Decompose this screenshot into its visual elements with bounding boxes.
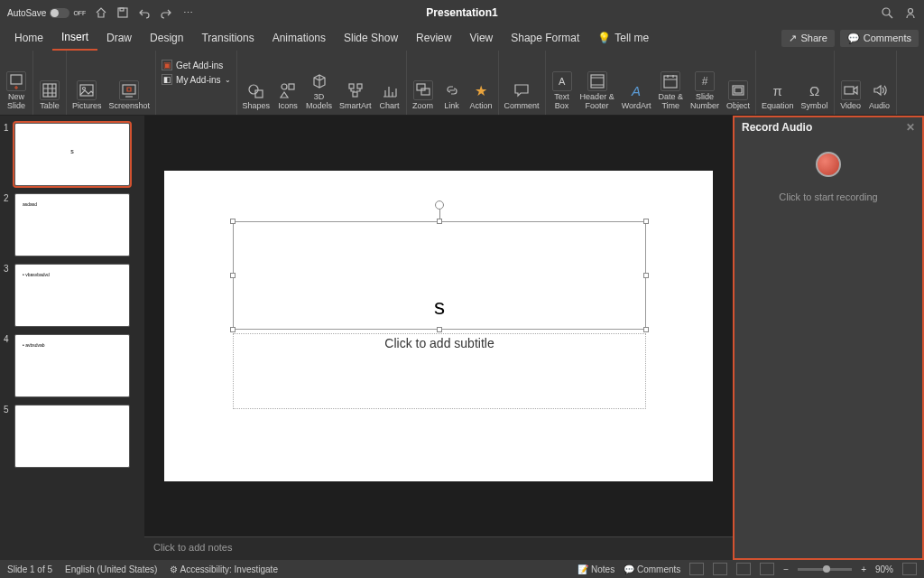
tab-transitions[interactable]: Transitions xyxy=(192,25,263,51)
slideshow-view-icon[interactable] xyxy=(760,563,774,575)
header-footer-button[interactable]: Header & Footer xyxy=(580,71,614,111)
tab-slideshow[interactable]: Slide Show xyxy=(335,25,407,51)
bulb-icon: 💡 xyxy=(597,32,611,44)
audio-button[interactable]: Audio xyxy=(869,80,891,111)
tab-design[interactable]: Design xyxy=(141,25,192,51)
fit-window-icon[interactable] xyxy=(902,563,917,575)
undo-icon[interactable] xyxy=(138,6,151,19)
date-time-button[interactable]: Date & Time xyxy=(658,71,683,111)
tab-insert[interactable]: Insert xyxy=(52,25,97,51)
thumb-slot[interactable]: 5 xyxy=(0,403,144,473)
svg-rect-4 xyxy=(11,75,22,84)
tab-animations[interactable]: Animations xyxy=(263,25,335,51)
sorter-view-icon[interactable] xyxy=(713,563,727,575)
equation-button[interactable]: πEquation xyxy=(762,80,794,111)
addins-group: ▣Get Add-ins ◧My Add-ins ⌄ xyxy=(162,54,230,85)
new-slide-button[interactable]: New Slide xyxy=(5,71,27,111)
object-button[interactable]: Object xyxy=(726,80,750,111)
pictures-button[interactable]: Pictures xyxy=(72,80,102,111)
comment-button[interactable]: Comment xyxy=(504,80,540,111)
thumb-number: 5 xyxy=(4,405,11,415)
svg-point-2 xyxy=(882,8,890,15)
zoom-percent[interactable]: 90% xyxy=(875,564,893,574)
subtitle-placeholder[interactable]: Click to add subtitle xyxy=(233,333,646,409)
slide-position[interactable]: Slide 1 of 5 xyxy=(7,564,52,574)
slide-thumbnails[interactable]: 1s2asdasd3• vbasvbadvd4• avbsdvab5 xyxy=(0,116,144,560)
textbox-button[interactable]: AText Box xyxy=(551,71,573,111)
title-placeholder[interactable]: s xyxy=(233,221,646,330)
notes-pane[interactable]: Click to add notes xyxy=(144,536,733,560)
thumb-slot[interactable]: 3• vbasvbadvd xyxy=(0,262,144,332)
thumb-slot[interactable]: 1s xyxy=(0,121,144,191)
action-button[interactable]: ★Action xyxy=(470,80,493,111)
zoom-button[interactable]: Zoom xyxy=(412,80,434,111)
more-icon[interactable]: ⋯ xyxy=(181,6,194,19)
accessibility-status[interactable]: ⚙ Accessibility: Investigate xyxy=(170,564,278,574)
share-icon: ↗ xyxy=(789,33,797,44)
video-button[interactable]: Video xyxy=(840,80,862,111)
wordart-button[interactable]: AWordArt xyxy=(622,80,651,111)
slide-thumbnail[interactable]: s xyxy=(14,123,130,186)
svg-rect-22 xyxy=(845,87,854,94)
redo-icon[interactable] xyxy=(160,6,172,19)
svg-point-3 xyxy=(909,9,913,14)
autosave-toggle[interactable]: AutoSave OFF xyxy=(7,8,86,18)
comments-button[interactable]: 💬Comments xyxy=(840,30,919,47)
shapes-button[interactable]: Shapes xyxy=(243,80,271,111)
slide-thumbnail[interactable]: • avbsdvab xyxy=(14,334,130,397)
slide-canvas[interactable]: s Click to add subtitle xyxy=(144,116,733,536)
tab-home[interactable]: Home xyxy=(5,25,52,51)
svg-rect-1 xyxy=(120,8,124,11)
table-button[interactable]: Table xyxy=(39,80,60,111)
window-title: Presentation1 xyxy=(426,6,497,19)
toggle-switch-icon[interactable] xyxy=(50,8,69,18)
home-icon[interactable] xyxy=(95,6,107,19)
close-icon[interactable]: ✕ xyxy=(906,121,915,134)
slide-thumbnail[interactable]: • vbasvbadvd xyxy=(14,264,130,327)
record-button[interactable] xyxy=(816,152,841,177)
symbol-button[interactable]: ΩSymbol xyxy=(801,80,828,111)
thumb-slot[interactable]: 4• avbsdvab xyxy=(0,332,144,403)
3d-models-button[interactable]: 3D Models xyxy=(306,71,332,111)
slide-thumbnail[interactable]: asdasd xyxy=(14,193,130,256)
reading-view-icon[interactable] xyxy=(736,563,751,575)
zoom-out-icon[interactable]: − xyxy=(783,564,789,574)
notes-toggle[interactable]: 📝 Notes xyxy=(578,564,614,574)
thumb-slot[interactable]: 2asdasd xyxy=(0,191,144,262)
screenshot-button[interactable]: Screenshot xyxy=(109,80,151,111)
quick-access-toolbar: ⋯ xyxy=(95,6,194,19)
save-icon[interactable] xyxy=(116,6,129,19)
get-addins-button[interactable]: ▣Get Add-ins xyxy=(162,60,223,70)
zoom-in-icon[interactable]: + xyxy=(861,564,866,574)
record-hint: Click to start recording xyxy=(779,191,877,202)
smartart-button[interactable]: SmartArt xyxy=(339,80,372,111)
slide[interactable]: s Click to add subtitle xyxy=(164,171,713,481)
tab-draw[interactable]: Draw xyxy=(97,25,141,51)
zoom-slider[interactable] xyxy=(798,568,852,571)
svg-rect-15 xyxy=(353,92,357,97)
svg-rect-19 xyxy=(664,76,677,88)
normal-view-icon[interactable] xyxy=(689,563,704,575)
svg-rect-10 xyxy=(255,90,263,98)
rotate-handle-icon[interactable] xyxy=(435,200,444,210)
subtitle-text[interactable]: Click to add subtitle xyxy=(384,336,494,350)
language-status[interactable]: English (United States) xyxy=(65,564,157,574)
title-text[interactable]: s xyxy=(434,294,445,320)
tab-review[interactable]: Review xyxy=(407,25,460,51)
svg-point-9 xyxy=(249,85,258,94)
tab-view[interactable]: View xyxy=(460,25,502,51)
slide-thumbnail[interactable] xyxy=(14,405,130,468)
tab-shapeformat[interactable]: Shape Format xyxy=(502,25,588,51)
slide-number-button[interactable]: #Slide Number xyxy=(690,71,719,111)
icons-button[interactable]: Icons xyxy=(277,80,299,111)
my-addins-button[interactable]: ◧My Add-ins ⌄ xyxy=(162,74,230,85)
svg-point-11 xyxy=(282,84,287,89)
link-button[interactable]: Link xyxy=(441,80,463,111)
comments-toggle[interactable]: 💬 Comments xyxy=(624,564,680,574)
canvas-area: s Click to add subtitle Click to add not… xyxy=(144,116,733,560)
share-button[interactable]: ↗Share xyxy=(781,30,834,47)
tell-me[interactable]: 💡Tell me xyxy=(588,25,658,51)
search-icon[interactable] xyxy=(881,6,893,19)
account-icon[interactable] xyxy=(904,6,917,19)
chart-button[interactable]: Chart xyxy=(379,80,401,111)
